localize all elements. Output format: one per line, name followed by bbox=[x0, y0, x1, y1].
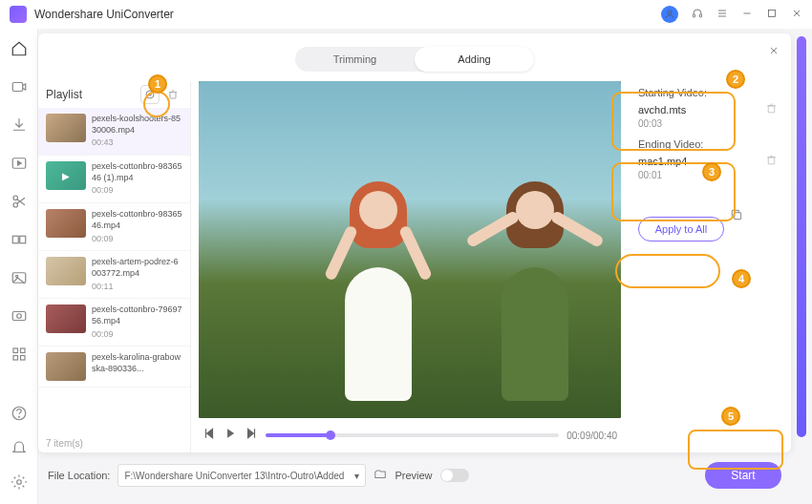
playlist-count: 7 item(s) bbox=[38, 434, 190, 452]
record-icon[interactable] bbox=[11, 307, 28, 328]
download-icon[interactable] bbox=[11, 116, 28, 137]
editor-panel: Trimming Adding Playlist pexels-koolshoo… bbox=[38, 33, 791, 452]
play-button[interactable] bbox=[224, 427, 237, 444]
menu-icon[interactable] bbox=[716, 6, 728, 23]
playlist-item[interactable]: pexels-cottonbro-9836546 (1).mp400:09 bbox=[38, 156, 190, 203]
svg-rect-1 bbox=[694, 14, 695, 17]
tab-trimming[interactable]: Trimming bbox=[295, 47, 415, 72]
callout-3: 3 bbox=[702, 162, 721, 181]
apps-icon[interactable] bbox=[11, 346, 28, 367]
delete-starting-button[interactable] bbox=[765, 102, 778, 116]
playlist-item[interactable]: pexels-cottonbro-9836546.mp400:09 bbox=[38, 203, 190, 251]
next-button[interactable] bbox=[245, 427, 258, 444]
starting-video-label: Starting Video: bbox=[638, 87, 778, 98]
ending-video-duration: 00:01 bbox=[638, 170, 662, 180]
svg-rect-18 bbox=[12, 312, 26, 321]
callout-2: 2 bbox=[726, 70, 745, 89]
svg-rect-14 bbox=[12, 236, 18, 243]
svg-rect-20 bbox=[13, 348, 18, 353]
panel-close-button[interactable] bbox=[768, 43, 780, 60]
ending-video-label: Ending Video: bbox=[638, 138, 778, 150]
accent-bar bbox=[797, 36, 806, 437]
app-logo bbox=[10, 6, 27, 23]
left-rail bbox=[0, 29, 38, 504]
bell-icon[interactable] bbox=[11, 439, 28, 460]
app-title: Wondershare UniConverter bbox=[34, 8, 661, 21]
prev-button[interactable] bbox=[203, 427, 216, 444]
file-location-input[interactable]: F:\Wondershare UniConverter 13\Intro-Out… bbox=[118, 464, 366, 487]
svg-rect-34 bbox=[768, 158, 775, 164]
starting-video-file: avchd.mts bbox=[638, 104, 765, 116]
callout-5: 5 bbox=[721, 407, 740, 426]
headset-icon[interactable] bbox=[692, 6, 703, 23]
help-icon[interactable] bbox=[11, 405, 28, 426]
video-preview[interactable] bbox=[199, 81, 621, 418]
delete-ending-button[interactable] bbox=[765, 154, 778, 168]
user-avatar[interactable] bbox=[661, 6, 678, 23]
gear-icon[interactable] bbox=[11, 473, 28, 494]
svg-point-0 bbox=[668, 10, 672, 14]
svg-point-25 bbox=[18, 416, 19, 417]
callout-1: 1 bbox=[148, 74, 167, 94]
chevron-down-icon: ▾ bbox=[354, 471, 359, 481]
svg-rect-32 bbox=[170, 93, 176, 99]
copy-icon[interactable] bbox=[730, 208, 743, 223]
scissors-icon[interactable] bbox=[11, 193, 28, 214]
close-button[interactable] bbox=[791, 6, 802, 23]
mode-tabs: Trimming Adding bbox=[295, 47, 534, 72]
svg-rect-23 bbox=[20, 356, 25, 361]
preview-toggle[interactable] bbox=[440, 469, 469, 482]
tab-adding[interactable]: Adding bbox=[415, 47, 534, 72]
playlist-item[interactable]: pexels-koolshooters-8530006.mp400:43 bbox=[38, 108, 190, 156]
svg-rect-33 bbox=[768, 106, 775, 113]
apply-to-all-button[interactable]: Apply to All bbox=[638, 217, 724, 242]
playlist-item[interactable]: pexels-cottonbro-7969756.mp400:09 bbox=[38, 299, 190, 346]
minimize-button[interactable] bbox=[741, 6, 753, 23]
merge-icon[interactable] bbox=[11, 231, 28, 252]
video-icon[interactable] bbox=[11, 78, 28, 99]
file-location-label: File Location: bbox=[48, 470, 110, 481]
preview-label: Preview bbox=[395, 470, 432, 481]
progress-bar[interactable] bbox=[266, 433, 559, 437]
open-folder-button[interactable] bbox=[374, 468, 387, 483]
svg-rect-10 bbox=[12, 83, 23, 92]
ending-video-file: mac1.mp4 bbox=[638, 156, 765, 167]
playlist-item[interactable]: pexels-artem-podrez-6003772.mp400:11 bbox=[38, 251, 190, 299]
svg-point-26 bbox=[16, 480, 21, 485]
home-icon[interactable] bbox=[11, 40, 28, 61]
svg-point-19 bbox=[16, 314, 21, 319]
svg-rect-7 bbox=[769, 10, 776, 17]
svg-rect-15 bbox=[19, 236, 25, 243]
time-display: 00:09/00:40 bbox=[566, 430, 617, 441]
svg-rect-21 bbox=[20, 348, 25, 353]
player-icon[interactable] bbox=[11, 155, 28, 176]
callout-4: 4 bbox=[732, 269, 751, 288]
start-button[interactable]: Start bbox=[705, 462, 781, 489]
playlist-title: Playlist bbox=[46, 88, 82, 101]
playlist-item[interactable]: pexels-karolina-grabowska-890336... bbox=[38, 346, 190, 388]
starting-video-duration: 00:03 bbox=[638, 118, 662, 129]
maximize-button[interactable] bbox=[766, 6, 778, 23]
svg-rect-35 bbox=[735, 213, 741, 220]
image-icon[interactable] bbox=[11, 269, 28, 290]
svg-rect-2 bbox=[700, 14, 702, 17]
svg-rect-22 bbox=[13, 356, 18, 361]
